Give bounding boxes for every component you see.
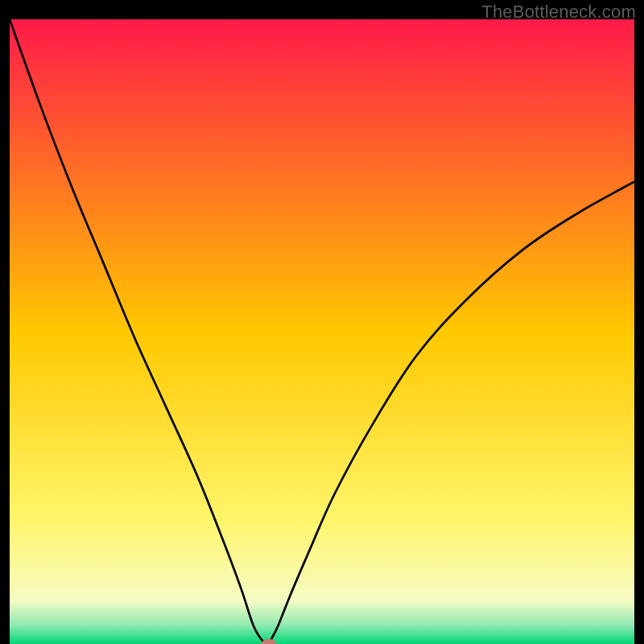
chart-background [10, 19, 634, 644]
chart-frame: TheBottleneck.com [0, 0, 644, 644]
bottleneck-chart [10, 19, 634, 644]
watermark-text: TheBottleneck.com [481, 2, 636, 23]
